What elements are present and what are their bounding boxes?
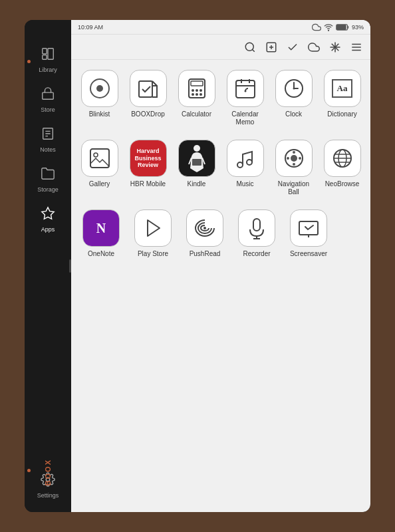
svg-marker-8 <box>42 207 54 219</box>
blinkist-icon-wrapper <box>81 70 118 107</box>
svg-rect-3 <box>43 92 54 99</box>
dictionary-icon-wrapper: Aa <box>324 70 361 107</box>
notes-icon <box>41 126 55 144</box>
cloud-sync-icon <box>312 23 321 32</box>
sidebar-label-settings: Settings <box>37 492 59 499</box>
neobrowse-label: NeoBrowse <box>325 180 360 188</box>
hbr-icon-wrapper: HarvardBusinessReview <box>130 140 167 177</box>
menu-icon[interactable] <box>350 41 362 53</box>
neobrowse-icon <box>330 146 354 170</box>
sidebar-item-library[interactable]: Library <box>25 40 71 80</box>
apps-row-2: Gallery HarvardBusinessReview HBR Mobile <box>78 140 364 196</box>
app-play-store[interactable]: Play Store <box>130 209 176 258</box>
app-pushread[interactable]: PushRead <box>182 209 228 258</box>
kindle-icon <box>185 143 209 174</box>
recorder-icon <box>245 216 269 240</box>
svg-point-26 <box>96 85 103 92</box>
app-booxdrop[interactable]: BOOXDrop <box>126 70 170 126</box>
dictionary-icon: Aa <box>325 70 360 106</box>
status-time: 10:09 AM <box>78 24 103 31</box>
app-onenote[interactable]: N OneNote <box>78 209 124 258</box>
orange-dot-bottom <box>27 469 31 472</box>
cloud-icon[interactable] <box>308 41 320 53</box>
calendar-icon <box>233 76 257 100</box>
svg-rect-12 <box>337 25 346 29</box>
calendar-memo-label: Calendar Memo <box>223 110 267 126</box>
app-gallery[interactable]: Gallery <box>78 140 121 196</box>
svg-point-34 <box>196 93 198 96</box>
check-icon[interactable] <box>287 41 299 53</box>
recorder-label: Recorder <box>243 250 270 258</box>
app-dictionary[interactable]: Aa Dictionary <box>321 70 364 126</box>
app-blinkist[interactable]: Blinkist <box>78 70 121 126</box>
onenote-label: OneNote <box>88 250 114 258</box>
music-label: Music <box>236 180 253 188</box>
gallery-label: Gallery <box>89 180 110 188</box>
playstore-icon-wrapper <box>134 209 172 247</box>
calendar-icon-wrapper <box>227 70 264 107</box>
calculator-label: Calculator <box>182 110 211 118</box>
add-icon[interactable] <box>265 41 277 53</box>
onenote-icon: N <box>83 210 119 246</box>
app-calendar-memo[interactable]: Calendar Memo <box>223 70 267 126</box>
svg-point-32 <box>199 89 202 92</box>
gallery-icon-wrapper <box>81 140 118 177</box>
svg-point-35 <box>199 93 202 96</box>
toolbar <box>71 35 370 60</box>
calculator-icon <box>185 76 209 100</box>
app-clock[interactable]: Clock <box>272 70 315 126</box>
music-icon-wrapper <box>227 140 264 177</box>
recorder-icon-wrapper <box>238 209 275 247</box>
apps-icon <box>41 206 55 224</box>
blinkist-icon <box>88 76 112 100</box>
booxdrop-icon <box>136 76 161 101</box>
wifi-icon <box>324 23 333 32</box>
pushread-icon <box>193 216 217 240</box>
svg-point-54 <box>293 163 295 166</box>
clock-icon-wrapper <box>275 70 313 107</box>
status-icons: 93% <box>312 23 364 32</box>
app-calculator[interactable]: Calculator <box>175 70 218 126</box>
status-bar: 10:09 AM 93% <box>71 20 370 35</box>
navball-icon <box>282 146 306 170</box>
app-music[interactable]: Music <box>223 140 267 196</box>
music-icon <box>233 146 257 170</box>
playstore-label: Play Store <box>138 250 168 258</box>
screensaver-icon-wrapper <box>290 209 327 247</box>
navball-icon-wrapper <box>275 140 313 177</box>
svg-rect-0 <box>43 49 47 54</box>
sidebar-item-store[interactable]: Store <box>25 80 71 120</box>
app-neobrowse[interactable]: NeoBrowse <box>321 140 364 196</box>
gallery-icon <box>88 146 112 170</box>
sidebar-item-storage[interactable]: Storage <box>25 160 71 200</box>
app-kindle[interactable]: Kindle <box>175 140 218 196</box>
svg-point-55 <box>287 157 289 160</box>
asterisk-icon[interactable] <box>329 41 341 53</box>
dictionary-label: Dictionary <box>327 110 356 118</box>
store-icon <box>41 86 55 104</box>
clock-label: Clock <box>285 110 302 118</box>
booxdrop-label: BOOXDrop <box>131 110 165 118</box>
page-indicator <box>69 259 71 273</box>
sidebar-label-notes: Notes <box>40 146 56 153</box>
svg-point-10 <box>328 30 329 31</box>
boox-logo: BOOX <box>44 459 52 485</box>
svg-rect-45 <box>90 149 109 168</box>
booxdrop-icon-wrapper <box>130 70 167 107</box>
screensaver-label: Screensaver <box>290 250 327 258</box>
sidebar-label-store: Store <box>41 106 55 113</box>
svg-point-13 <box>245 43 253 51</box>
blinkist-label: Blinkist <box>89 110 110 118</box>
sidebar-item-notes[interactable]: Notes <box>25 120 71 160</box>
onenote-icon-wrapper: N <box>82 209 120 247</box>
app-screensaver[interactable]: Screensaver <box>285 209 332 258</box>
calculator-icon-wrapper <box>178 70 215 107</box>
app-recorder[interactable]: Recorder <box>233 209 280 258</box>
app-hbr[interactable]: HarvardBusinessReview HBR Mobile <box>126 140 170 196</box>
svg-line-14 <box>252 49 254 51</box>
app-navigation-ball[interactable]: Navigation Ball <box>272 140 315 196</box>
svg-point-50 <box>247 160 252 165</box>
apps-row-1: Blinkist BOOXDrop <box>78 70 364 126</box>
search-icon[interactable] <box>244 41 256 53</box>
sidebar-item-apps[interactable]: Apps <box>25 200 71 239</box>
